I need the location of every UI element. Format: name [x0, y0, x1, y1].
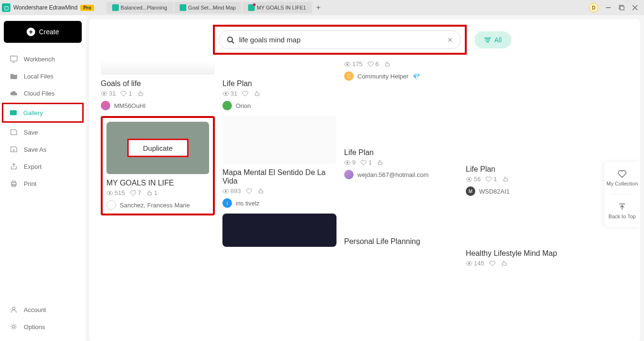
card-author: C Community Helper 💎 [344, 71, 458, 81]
card-stats: 145 [466, 260, 580, 267]
sidebar-item-gallery[interactable]: Gallery [3, 104, 82, 121]
card-mapa[interactable]: Mapa Mental El Sentido De La Vida 893 i … [222, 116, 336, 208]
heart-icon [367, 61, 374, 68]
svg-point-19 [228, 37, 232, 42]
card-author: Orion [222, 101, 336, 110]
svg-point-18 [12, 325, 15, 328]
svg-point-35 [346, 162, 348, 164]
sidebar-item-print[interactable]: Print [4, 175, 82, 192]
views-stat: 31 [101, 90, 115, 97]
card-thumbnail [101, 221, 215, 254]
tab-balanced[interactable]: Balanced...Planning [106, 2, 173, 13]
my-collection-button[interactable]: My Collection [606, 169, 638, 186]
card-thumbnail [101, 60, 215, 75]
card-title: Life Plan [344, 148, 458, 157]
card-partial-2[interactable] [222, 214, 336, 247]
card-life-plan-1[interactable]: Life Plan 31 Orion [222, 60, 336, 110]
card-my-goals[interactable]: Duplicate MY GOALS IN LIFE 515 7 1 Sanch… [106, 122, 209, 210]
svg-rect-11 [10, 56, 17, 61]
sidebar-item-options[interactable]: Options [4, 318, 82, 335]
card-stats: 56 1 [466, 175, 580, 183]
sidebar-item-save[interactable]: Save [4, 124, 82, 141]
sidebar-item-workbench[interactable]: Workbench [4, 50, 82, 68]
float-panel: My Collection Back to Top [604, 162, 640, 227]
svg-rect-13 [10, 110, 17, 116]
card-life-plan-2[interactable]: Life Plan 9 1 wejdan.567@hotmail.com [344, 87, 458, 179]
thumbsup-icon [500, 260, 507, 267]
diamond-icon: 💎 [413, 73, 420, 80]
heart-icon [242, 90, 249, 97]
card-goals-of-life[interactable]: Goals of life 31 1 MM56OuHI [101, 60, 215, 110]
sidebar-item-saveas[interactable]: Save As [4, 141, 82, 158]
eye-icon [466, 176, 472, 183]
card-partial-1[interactable] [101, 221, 215, 254]
search-clear[interactable]: ✕ [447, 36, 453, 44]
card-thumbnail [222, 116, 336, 164]
eye-icon [106, 190, 113, 196]
close-icon[interactable] [632, 4, 638, 11]
card-personal[interactable]: Personal Life Planning [344, 185, 458, 248]
folder-icon [10, 72, 18, 80]
card-title: MY GOALS IN LIFE [106, 179, 209, 187]
heart-icon [617, 169, 627, 179]
card-thumbnail: Duplicate [106, 122, 209, 174]
card-title: Goals of life [101, 79, 215, 88]
svg-point-29 [225, 93, 227, 95]
card-author: MM56OuHI [101, 101, 215, 110]
svg-point-39 [468, 263, 470, 264]
eye-icon [222, 188, 229, 195]
divider [613, 194, 632, 195]
content: ✕ All Goals of life 31 1 [89, 19, 640, 341]
plus-icon: + [27, 28, 35, 36]
sidebar: + Create Workbench Local Files Cloud Fil… [0, 15, 86, 341]
card-stats: 31 [222, 90, 336, 97]
tab-add[interactable]: + [313, 2, 324, 13]
card-life-plan-3[interactable]: Life Plan 56 1 M WSD82AI1 [466, 79, 580, 196]
duplicate-button[interactable]: Duplicate [127, 139, 189, 157]
sidebar-item-localfiles[interactable]: Local Files [4, 68, 82, 85]
card-title: Healthy Lifestyle Mind Map [466, 249, 580, 258]
likes-stat: 1 [120, 90, 132, 97]
card-community[interactable]: 175 6 C Community Helper 💎 [344, 60, 458, 81]
svg-rect-15 [12, 181, 15, 183]
sidebar-item-account[interactable]: Account [4, 301, 82, 318]
svg-point-37 [468, 178, 470, 180]
eye-icon [466, 260, 472, 267]
thumbsup-icon [257, 188, 264, 195]
export-icon [10, 163, 18, 170]
back-to-top-button[interactable]: Back to Top [608, 202, 635, 219]
svg-line-20 [232, 41, 234, 43]
eye-icon [344, 61, 351, 68]
workbench-icon [10, 55, 18, 63]
create-button[interactable]: + Create [4, 21, 82, 43]
thumbsup-icon [137, 90, 144, 97]
eye-icon [101, 90, 107, 97]
svg-point-17 [12, 307, 15, 310]
filter-all-button[interactable]: All [474, 31, 511, 49]
card-thumbnail [222, 214, 336, 247]
sidebar-item-cloudfiles[interactable]: Cloud Files [4, 85, 82, 102]
avatar: M [466, 186, 475, 196]
gear-icon [10, 323, 18, 331]
avatar [222, 101, 232, 110]
card-title: Life Plan [222, 79, 336, 88]
print-icon [10, 180, 18, 187]
maximize-icon[interactable] [618, 4, 625, 11]
avatar [106, 200, 116, 210]
svg-point-33 [346, 63, 348, 65]
user-avatar[interactable]: D [589, 3, 598, 12]
avatar: i [222, 198, 232, 208]
card-stats: 9 1 [344, 159, 458, 166]
heart-icon [120, 90, 127, 97]
gallery-icon [9, 109, 18, 117]
search-box[interactable]: ✕ [219, 30, 461, 49]
minimize-icon[interactable] [605, 4, 612, 11]
card-healthy[interactable]: Healthy Lifestyle Mind Map 145 [466, 202, 580, 271]
arrow-up-icon [617, 202, 627, 212]
search-input[interactable] [239, 36, 442, 44]
card-thumbnail [466, 79, 580, 160]
sidebar-item-export[interactable]: Export [4, 158, 82, 175]
eye-icon [222, 90, 229, 97]
tab-goalset[interactable]: Goal Set...Mind Map [174, 2, 241, 13]
tab-mygoals[interactable]: MY GOALS IN LIFE1 [242, 2, 312, 13]
